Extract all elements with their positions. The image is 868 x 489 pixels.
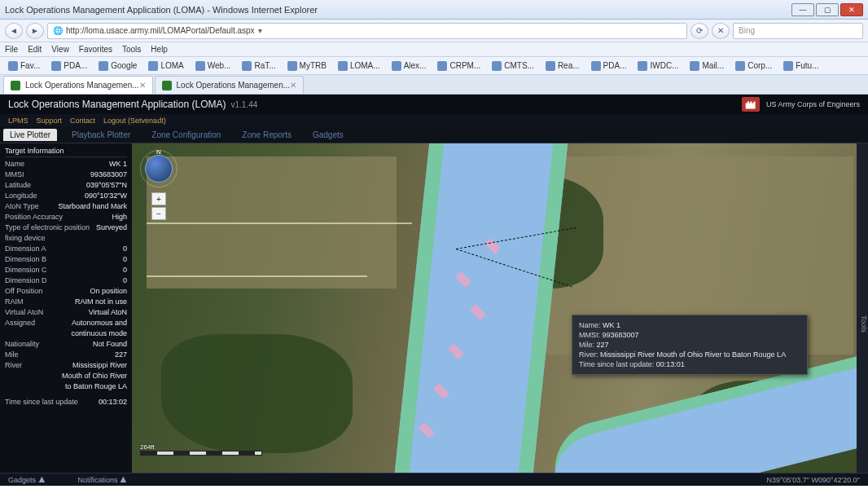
- target-info-header: Target Information: [5, 147, 127, 157]
- north-label: N: [156, 148, 161, 156]
- forward-button[interactable]: ►: [26, 23, 44, 39]
- info-row: Position AccuracyHigh: [5, 212, 127, 222]
- tab-live-plotter[interactable]: Live Plotter: [3, 129, 57, 141]
- minimize-button[interactable]: —: [791, 3, 814, 16]
- favicon-icon: [148, 61, 158, 71]
- favicon-icon: [690, 61, 699, 71]
- favicon-icon: [51, 61, 61, 71]
- bookmarks-bar: Fav... PDA... Google LOMA Web... RaT... …: [0, 57, 868, 75]
- back-button[interactable]: ◄: [5, 23, 23, 39]
- favicon-icon: [591, 61, 601, 71]
- info-row: Longitude090°10'32"W: [5, 191, 127, 201]
- maximize-button[interactable]: ▢: [816, 3, 839, 16]
- menu-bar: File Edit View Favorites Tools Help: [0, 42, 868, 57]
- app-header: Lock Operations Management Application (…: [0, 95, 868, 114]
- bookmark-item[interactable]: Fav...: [5, 60, 43, 72]
- favicon-icon: [99, 61, 108, 71]
- bookmark-item[interactable]: IWDC...: [634, 60, 682, 72]
- bookmark-item[interactable]: PDA...: [588, 60, 630, 72]
- info-row: NationalityNot Found: [5, 339, 127, 350]
- notifications-toggle[interactable]: Notifications ⯅: [78, 476, 128, 484]
- browser-tab[interactable]: Lock Operations Managemen... ✕: [155, 76, 305, 94]
- bookmark-item[interactable]: LOMA...: [335, 60, 384, 72]
- tab-close-icon[interactable]: ✕: [139, 81, 146, 90]
- bookmark-item[interactable]: Web...: [192, 60, 235, 72]
- bookmark-item[interactable]: Alex...: [388, 60, 430, 72]
- menu-view[interactable]: View: [51, 45, 69, 54]
- app-version: v1.1.44: [230, 100, 257, 109]
- sublink-lpms[interactable]: LPMS: [8, 117, 28, 125]
- tab-zone-reports[interactable]: Zone Reports: [235, 129, 298, 141]
- search-box[interactable]: Bing: [733, 23, 863, 39]
- favicon-icon: [392, 61, 401, 71]
- menu-file[interactable]: File: [5, 45, 18, 54]
- favicon-icon: [437, 61, 447, 71]
- app-title: Lock Operations Management Application (…: [8, 99, 226, 110]
- refresh-button[interactable]: ⟳: [690, 23, 708, 39]
- window-title: Lock Operations Management Application (…: [5, 5, 318, 15]
- globe-icon: [145, 155, 173, 183]
- org-label: US Army Corps of Engineers: [766, 100, 860, 108]
- gadgets-toggle[interactable]: Gadgets ⯅: [8, 476, 46, 484]
- info-row: NameWK 1: [5, 159, 127, 170]
- bookmark-item[interactable]: Google: [95, 60, 140, 72]
- favicon-icon: [546, 61, 555, 71]
- bookmark-item[interactable]: Futu...: [780, 60, 822, 72]
- favicon-icon: [735, 61, 745, 71]
- favicon-icon: [783, 61, 793, 71]
- browser-tab[interactable]: Lock Operations Managemen... ✕: [3, 76, 153, 94]
- zoom-in-button[interactable]: +: [151, 192, 166, 205]
- map-canvas[interactable]: N + − Name: WK 1 MMSI: 993683007 Mile: 2…: [132, 143, 868, 473]
- info-row: Mile227: [5, 350, 127, 360]
- address-bar[interactable]: 🌐 http://loma.usace.army.mil/LOMAPortal/…: [47, 23, 687, 39]
- zoom-control: + −: [151, 192, 166, 220]
- menu-edit[interactable]: Edit: [28, 45, 42, 54]
- menu-tools[interactable]: Tools: [122, 45, 141, 54]
- sublink-support[interactable]: Support: [37, 117, 63, 125]
- bookmark-item[interactable]: RaT...: [239, 60, 278, 72]
- info-row: MMSI993683007: [5, 170, 127, 180]
- zoom-out-button[interactable]: −: [151, 207, 166, 220]
- cursor-coords: N39°05'03.7" W090°42'20.0": [766, 476, 860, 484]
- info-row: Type of electronic position fixing devic…: [5, 222, 127, 244]
- tab-close-icon[interactable]: ✕: [290, 81, 296, 90]
- menu-help[interactable]: Help: [151, 45, 168, 54]
- info-row: RAIMRAIM not in use: [5, 297, 127, 307]
- info-row: Off PositionOn position: [5, 286, 127, 297]
- site-lock-icon: 🌐: [53, 26, 63, 35]
- tab-zone-configuration[interactable]: Zone Configuration: [145, 129, 227, 141]
- info-row: Latitude039°05'57"N: [5, 180, 127, 191]
- app-main: Target Information NameWK 1 MMSI99368300…: [0, 143, 868, 473]
- tools-rail[interactable]: Tools: [857, 143, 868, 473]
- tab-gadgets[interactable]: Gadgets: [306, 129, 350, 141]
- bookmark-item[interactable]: Rea...: [542, 60, 583, 72]
- sublink-logout[interactable]: Logout (Setvenadt): [103, 117, 166, 125]
- favicon-icon: [195, 61, 205, 71]
- bookmark-item[interactable]: Mail...: [686, 60, 727, 72]
- bookmark-item[interactable]: PDA...: [48, 60, 90, 72]
- url-dropdown-icon[interactable]: ▾: [258, 26, 262, 35]
- bookmark-item[interactable]: CRPM...: [434, 60, 484, 72]
- app-tabs: Live Plotter Playback Plotter Zone Confi…: [0, 127, 868, 143]
- usace-logo-icon: [742, 97, 760, 112]
- info-row: AssignedAutonomous and continuous mode: [5, 318, 127, 339]
- info-row: RiverMississippi River Mouth of Ohio Riv…: [5, 360, 127, 392]
- tab-title: Lock Operations Managemen...: [25, 81, 139, 90]
- info-row: Virtual AtoNVirtual AtoN: [5, 307, 127, 318]
- close-button[interactable]: ✕: [840, 3, 863, 16]
- favicon-icon: [242, 61, 252, 71]
- tab-playback-plotter[interactable]: Playback Plotter: [65, 129, 137, 141]
- bookmark-item[interactable]: CMTS...: [489, 60, 537, 72]
- sublink-contact[interactable]: Contact: [70, 117, 95, 125]
- bookmark-item[interactable]: LOMA: [145, 60, 186, 72]
- menu-favorites[interactable]: Favorites: [79, 45, 112, 54]
- stop-button[interactable]: ✕: [712, 23, 730, 39]
- bookmark-item[interactable]: MyTRB: [284, 60, 330, 72]
- bookmark-item[interactable]: Corp...: [732, 60, 775, 72]
- info-row: Dimension A0: [5, 244, 127, 254]
- favicon-icon: [492, 61, 502, 71]
- map-scale: 264ft: [140, 443, 262, 460]
- compass-control[interactable]: N: [140, 150, 178, 187]
- window-titlebar: Lock Operations Management Application (…: [0, 0, 868, 20]
- target-info-panel: Target Information NameWK 1 MMSI99368300…: [0, 143, 132, 473]
